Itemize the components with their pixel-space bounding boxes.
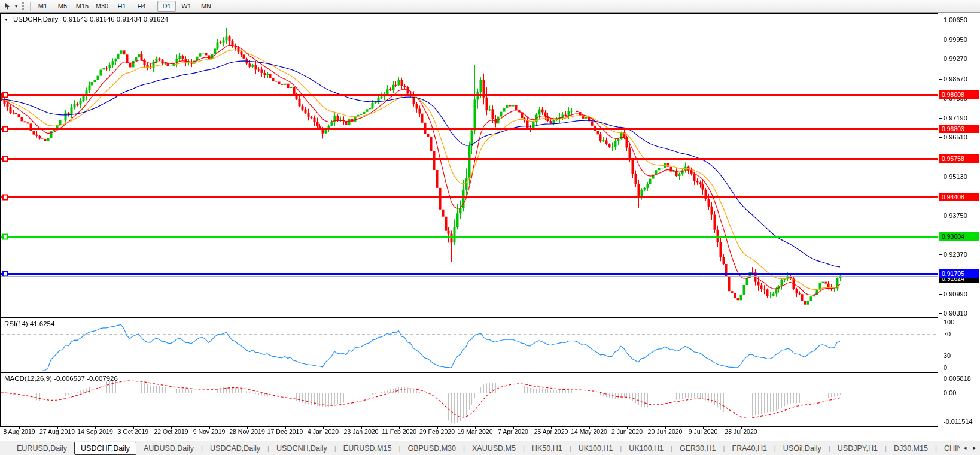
price-axis-label: 0.98570 [944,75,967,83]
tab-ger30-h1[interactable]: GER30,H1 [672,442,723,454]
tab-xauusd-m5[interactable]: XAUUSD,M5 [465,442,523,454]
tab-eurusd-m15[interactable]: EURUSD,M15 [336,442,399,454]
timeframe-button-m30[interactable]: M30 [93,1,111,12]
collapse-chart-icon[interactable]: ▼ [4,17,8,22]
tab-usdchf-daily[interactable]: USDCHF,Daily [74,442,136,455]
price-tag: 0.93004 [939,232,979,241]
toolbar-separator [30,2,31,11]
crosshair-cursor-icon[interactable] [2,1,13,11]
price-tag: 0.94408 [939,193,979,201]
timeframe-button-m5[interactable]: M5 [53,1,72,12]
macd-axis-label: 0.005818 [944,375,971,382]
price-tag: 0.96803 [939,125,979,133]
tab-scroll-buttons: ◄ ► [960,441,980,455]
rsi-axis-label: 30 [944,352,951,359]
rsi-axis-label: 0 [944,364,947,371]
tab-uk100-h1[interactable]: UK100,H1 [571,442,620,454]
timeframe-button-d1[interactable]: D1 [157,1,176,12]
tab-gbpusd-m30[interactable]: GBPUSD,M30 [400,442,463,454]
tab-dj30-m15[interactable]: DJ30,M15 [887,442,935,454]
timeframe-button-w1[interactable]: W1 [177,1,196,12]
chart-symbol-period: USDCHF,Daily [13,16,58,23]
price-axis-label: 0.99270 [944,55,967,62]
price-tag: 0.98008 [939,90,979,99]
chart-ohlc-values: 0.91543 0.91646 0.91434 0.91624 [63,16,168,23]
rsi-axis-label: 100 [944,318,954,326]
price-axis-label: 0.90310 [944,310,967,317]
price-axis-label: 0.96510 [944,134,967,141]
tab-fra40-h1[interactable]: FRA40,H1 [725,442,774,454]
price-axis-label: 0.97190 [944,114,967,122]
scroll-right-icon[interactable]: ► [972,445,977,451]
price-tag: 0.95758 [939,154,979,163]
price-tag: 0.91705 [939,269,979,278]
price-axis-label: 0.90990 [944,290,967,298]
macd-indicator-label: MACD(12,26,9) -0.006537 -0.007926 [4,375,118,382]
price-axis-label: 0.92370 [944,251,967,258]
timeframe-button-m15[interactable]: M15 [73,1,92,12]
toolbar-grip[interactable] [22,2,24,10]
price-axis-label: 0.93750 [944,212,967,219]
rsi-axis-label: 70 [944,330,951,338]
chart-title: ▼ USDCHF,Daily 0.91543 0.91646 0.91434 0… [4,16,168,23]
timeframe-buttons: M1M5M15M30H1H4D1W1MN [33,1,216,12]
symbol-tab-bar: EURUSD,DailyUSDCHF,DailyAUDUSD,Daily|USD… [0,441,980,455]
tab-eurusd-daily[interactable]: EURUSD,Daily [10,442,74,454]
price-axis-label: 0.99950 [944,36,967,43]
chart-canvas[interactable] [0,0,980,455]
tab-usdcad-daily[interactable]: USDCAD,Daily [203,442,267,454]
tab-uk100-h1[interactable]: UK100,H1 [622,442,671,454]
price-axis-label: 1.00650 [944,16,967,23]
tab-usdjpy-h1[interactable]: USDJPY,H1 [830,442,885,454]
macd-axis-label: -0.011514 [944,418,973,425]
tab-usdcnh-daily[interactable]: USDCNH,Daily [269,442,334,454]
tab-hk50-h1[interactable]: HK50,H1 [525,442,570,454]
tab-usoil-daily[interactable]: USOil,Daily [776,442,829,454]
timeframe-button-m1[interactable]: M1 [34,1,52,12]
scroll-left-icon[interactable]: ◄ [963,445,967,451]
rsi-indicator-label: RSI(14) 41.6254 [4,320,54,327]
tab-audusd-daily[interactable]: AUDUSD,Daily [136,442,201,454]
toolbar: ▾ M1M5M15M30H1H4D1W1MN [0,0,980,13]
timeframe-button-h4[interactable]: H4 [132,1,151,12]
timeframe-button-h1[interactable]: H1 [112,1,131,12]
price-axis-label: 0.95130 [944,173,967,180]
cursor-dropdown-caret[interactable]: ▾ [13,4,20,9]
date-axis-label: 28 Jul 2020 [714,428,769,435]
macd-axis-label: 0.00 [944,389,956,396]
toolbar-separator [154,2,154,11]
timeframe-button-mn[interactable]: MN [197,1,215,12]
